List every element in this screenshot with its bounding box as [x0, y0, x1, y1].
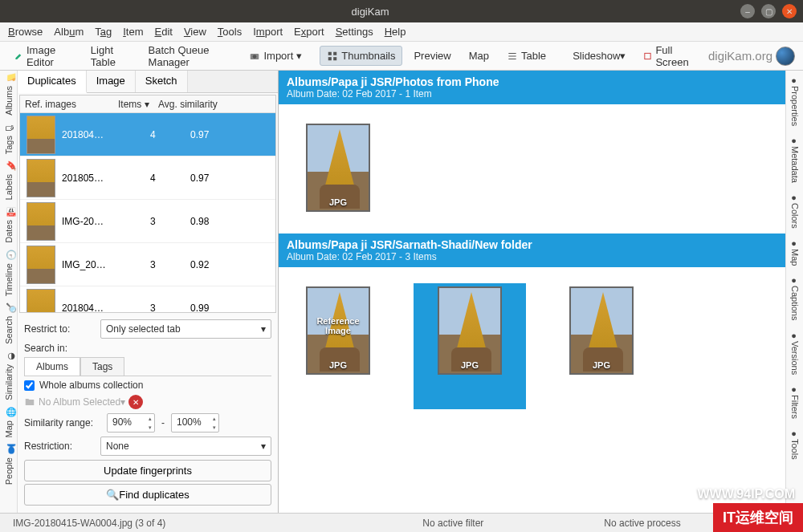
vtab-search[interactable]: Search🔍: [2, 301, 15, 349]
similarity-min-input[interactable]: 90%: [107, 413, 155, 433]
thumbnail-item[interactable]: JPG: [414, 283, 526, 409]
table-row[interactable]: 201804…40.97: [20, 113, 275, 156]
tab-image[interactable]: Image: [87, 71, 136, 92]
fullscreen-icon: [643, 51, 652, 62]
globe-icon: [776, 47, 795, 66]
menu-settings[interactable]: Settings: [336, 26, 373, 38]
row-similarity: 0.92: [190, 259, 275, 270]
status-filter: No active filter: [414, 518, 491, 529]
left-vertical-tabs: Albums📁Tags🏷Labels🔖Dates📅Timeline🕒Search…: [0, 71, 18, 513]
restrict-to-select[interactable]: Only selected tab▾: [100, 319, 271, 339]
menu-tag[interactable]: Tag: [95, 26, 112, 38]
row-items: 4: [150, 173, 190, 184]
album-meta: Album Date: 02 Feb 2017 - 1 Item: [287, 88, 777, 99]
tab-icon: 🔍: [5, 306, 13, 314]
vtab-similarity[interactable]: Similarity◐: [2, 349, 15, 405]
watermark-brand: IT运维空间: [713, 503, 803, 532]
thumbnail-item[interactable]: JPG: [566, 283, 637, 409]
slideshow-button[interactable]: Slideshow ▾: [566, 47, 632, 65]
row-similarity: 0.97: [190, 173, 275, 184]
thumbnail-image: JPG: [569, 286, 634, 375]
grid-icon: [327, 51, 338, 62]
whole-albums-checkbox[interactable]: [24, 380, 35, 391]
row-thumbnail: [26, 116, 55, 154]
image-editor-button[interactable]: Image Editor: [8, 41, 79, 71]
thumbnails-mode-button[interactable]: Thumbnails: [320, 46, 402, 66]
menu-item[interactable]: Item: [123, 26, 143, 38]
window-maximize-button[interactable]: ▢: [761, 4, 776, 18]
light-table-button[interactable]: Light Table: [84, 41, 137, 71]
fullscreen-button[interactable]: Full Screen: [637, 41, 703, 71]
row-thumbnail: [26, 159, 55, 197]
map-mode-button[interactable]: Map: [463, 47, 495, 65]
vtab-dates[interactable]: Dates📅: [2, 205, 15, 248]
menu-edit[interactable]: Edit: [155, 26, 173, 38]
menu-help[interactable]: Help: [385, 26, 406, 38]
tab-sketch[interactable]: Sketch: [136, 71, 188, 92]
tab-icon: 🕒: [5, 253, 13, 261]
menu-view[interactable]: View: [184, 26, 206, 38]
tab-duplicates[interactable]: Duplicates: [18, 71, 87, 93]
vtab-filters[interactable]: ●Filters: [789, 380, 801, 424]
window-minimize-button[interactable]: –: [740, 4, 755, 18]
import-button[interactable]: Import ▾: [243, 47, 308, 65]
row-name: 201804…: [62, 129, 150, 140]
vtab-colors[interactable]: ●Colors: [789, 188, 801, 234]
window-title: digiKam: [6, 6, 734, 18]
duplicates-table: Ref. images Items ▾ Avg. similarity 2018…: [19, 95, 276, 313]
window-close-button[interactable]: ✕: [782, 4, 797, 18]
preview-mode-button[interactable]: Preview: [407, 47, 457, 65]
album-header: Albums/Papa ji JSR/Sarnath-Shadi/New fol…: [279, 234, 785, 267]
restriction-select[interactable]: None▾: [100, 437, 271, 456]
chevron-down-icon: ▾: [261, 323, 266, 335]
left-panel-tabs: Duplicates Image Sketch: [18, 71, 278, 93]
table-row[interactable]: 201804…30.99: [20, 286, 275, 312]
vtab-tools[interactable]: ●Tools: [789, 424, 801, 465]
row-thumbnail: [26, 246, 55, 284]
table-mode-button[interactable]: Table: [500, 47, 552, 65]
menu-album[interactable]: Album: [54, 26, 84, 38]
table-row[interactable]: IMG_20…30.92: [20, 243, 275, 286]
table-row[interactable]: IMG-20…30.98: [20, 200, 275, 243]
vtab-captions[interactable]: ●Captions: [789, 270, 801, 325]
album-meta: Album Date: 02 Feb 2017 - 3 Items: [287, 251, 777, 262]
similarity-max-input[interactable]: 100%: [171, 413, 219, 433]
vtab-map[interactable]: ●Map: [789, 234, 801, 270]
vtab-metadata[interactable]: ●Metadata: [789, 131, 801, 188]
search-icon: 🔍: [106, 489, 119, 501]
album-path: Albums/Papa ji JSR/Photos from Phone: [287, 75, 777, 88]
vtab-tags[interactable]: Tags🏷: [2, 120, 15, 159]
batch-queue-manager-button[interactable]: Batch Queue Manager: [142, 41, 238, 71]
subtab-albums[interactable]: Albums: [24, 357, 80, 376]
tab-icon: 🔖: [5, 164, 13, 172]
col-items[interactable]: Items ▾: [118, 99, 158, 110]
thumbnail-item[interactable]: JPG: [303, 120, 373, 217]
update-fingerprints-button[interactable]: Update fingerprints: [24, 460, 271, 481]
menu-browse[interactable]: Browse: [8, 26, 43, 38]
vtab-people[interactable]: People👤: [2, 442, 15, 489]
vtab-properties[interactable]: ●Properties: [789, 71, 801, 131]
search-controls: Restrict to: Only selected tab▾ Search i…: [18, 315, 278, 513]
vtab-timeline[interactable]: Timeline🕒: [2, 248, 15, 301]
format-badge: JPG: [571, 360, 632, 370]
col-ref-images[interactable]: Ref. images: [20, 99, 118, 110]
vtab-map[interactable]: Map🌐: [2, 405, 15, 442]
clear-album-button[interactable]: ✕: [128, 395, 143, 409]
table-row[interactable]: 201805…40.97: [20, 156, 275, 200]
chevron-down-icon: ▾: [120, 396, 125, 408]
album-select[interactable]: No Album Selected▾: [24, 396, 125, 408]
brand-link[interactable]: digiKam.org: [708, 47, 795, 66]
find-duplicates-button[interactable]: 🔍Find duplicates: [24, 484, 271, 506]
menu-import[interactable]: Import: [253, 26, 283, 38]
range-dash: -: [161, 417, 165, 428]
vtab-albums[interactable]: Albums📁: [2, 71, 15, 120]
vtab-labels[interactable]: Labels🔖: [2, 159, 15, 205]
menu-export[interactable]: Export: [294, 26, 324, 38]
subtab-tags[interactable]: Tags: [80, 357, 124, 376]
svg-rect-3: [333, 51, 336, 55]
thumbnail-item[interactable]: Reference ImageJPG: [303, 283, 373, 409]
col-avg-similarity[interactable]: Avg. similarity: [158, 99, 275, 110]
chevron-down-icon: ▾: [620, 50, 626, 62]
vtab-versions[interactable]: ●Versions: [789, 326, 801, 380]
menu-tools[interactable]: Tools: [218, 26, 242, 38]
